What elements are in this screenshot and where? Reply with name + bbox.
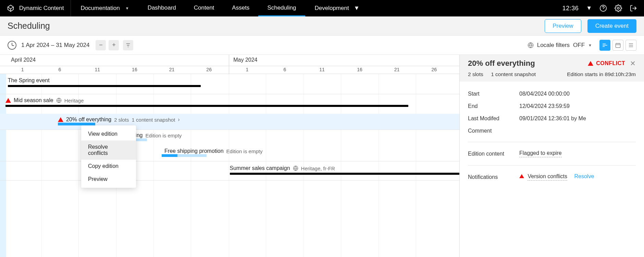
warning-icon bbox=[519, 174, 524, 178]
nav-dashboard[interactable]: Dashboard bbox=[139, 0, 185, 16]
main-split: April 2024 May 2024 1 6 11 16 21 26 1 6 … bbox=[0, 55, 644, 257]
timeline-rows: The Spring event Mid season sale Heritag… bbox=[0, 74, 459, 257]
chevron-down-icon: ▼ bbox=[125, 6, 129, 10]
details-title: 20% off everything bbox=[468, 59, 535, 68]
ctx-copy-edition[interactable]: Copy edition bbox=[81, 160, 136, 173]
documentation-menu[interactable]: Documentation ▼ bbox=[71, 0, 138, 16]
field-end-label: End bbox=[468, 100, 519, 112]
details-panel: 20% off everything CONFLICT ✕ 2 slots 1 … bbox=[460, 55, 644, 257]
filter-button[interactable] bbox=[123, 40, 133, 50]
field-comment-label: Comment bbox=[468, 125, 519, 137]
preview-button[interactable]: Preview bbox=[545, 19, 581, 33]
conflict-badge: CONFLICT bbox=[588, 60, 625, 66]
edition-20-off[interactable]: 20% off everything 2 slots 1 content sna… bbox=[58, 117, 95, 125]
event-spring[interactable]: The Spring event bbox=[8, 77, 201, 87]
warning-icon bbox=[58, 117, 63, 122]
tick: 6 bbox=[58, 67, 61, 72]
tick: 21 bbox=[169, 67, 175, 72]
page-header: Scheduling Preview Create event bbox=[0, 16, 644, 36]
event-locale: Heritage bbox=[64, 98, 84, 103]
event-title: 20% off everything bbox=[66, 117, 111, 123]
edition-free-shipping[interactable]: Free shipping promotion Edition is empty bbox=[162, 148, 207, 157]
locale-state: OFF bbox=[573, 42, 585, 49]
event-summer-sales[interactable]: Summer sales campaign Heritage, fr-FR bbox=[230, 165, 460, 175]
event-locale: Heritage, fr-FR bbox=[301, 166, 335, 171]
chevron-right-icon: › bbox=[178, 117, 179, 123]
timeline[interactable]: April 2024 May 2024 1 6 11 16 21 26 1 6 … bbox=[0, 55, 460, 257]
tick: 26 bbox=[431, 67, 437, 72]
date-range[interactable]: 1 Apr 2024 – 31 May 2024 bbox=[21, 42, 89, 49]
settings-icon[interactable] bbox=[615, 4, 622, 12]
resolve-link[interactable]: Resolve bbox=[574, 173, 594, 179]
event-title: Free shipping promotion bbox=[164, 148, 224, 154]
details-countdown: Edition starts in 89d:10h:23m bbox=[567, 71, 636, 77]
warning-icon bbox=[5, 98, 11, 103]
tick: 1 bbox=[21, 67, 24, 72]
view-toggle bbox=[599, 40, 636, 51]
brand-name: Dynamic Content bbox=[19, 5, 64, 12]
appbar-right: 12:36 ▼ bbox=[556, 4, 644, 12]
event-title: Mid season sale bbox=[14, 97, 53, 103]
zoom-out-button[interactable]: − bbox=[96, 40, 106, 50]
view-timeline-button[interactable] bbox=[599, 40, 610, 51]
clock: 12:36 bbox=[562, 5, 579, 12]
tick: 11 bbox=[95, 67, 100, 72]
field-end-value: 12/04/2024 23:59:59 bbox=[519, 100, 636, 112]
clock-icon[interactable] bbox=[8, 41, 16, 50]
locale-filters[interactable]: Locale filters OFF ▼ bbox=[528, 42, 592, 49]
event-empty: Edition is empty bbox=[145, 133, 182, 138]
nav-assets[interactable]: Assets bbox=[223, 0, 258, 16]
flagged-to-expire-link[interactable]: Flagged to expire bbox=[519, 150, 562, 157]
nav-scheduling[interactable]: Scheduling bbox=[258, 0, 305, 16]
tick: 16 bbox=[357, 67, 362, 72]
globe-icon bbox=[293, 166, 298, 171]
version-conflicts-link[interactable]: Version conflicts bbox=[528, 173, 567, 181]
event-empty: Edition is empty bbox=[226, 148, 263, 154]
tick: 6 bbox=[284, 67, 286, 72]
ctx-view-edition[interactable]: View edition bbox=[81, 127, 136, 140]
close-icon[interactable]: ✕ bbox=[630, 59, 636, 68]
details-snapshots: 1 content snapshot bbox=[491, 71, 536, 77]
details-slots: 2 slots bbox=[468, 71, 483, 77]
view-calendar-button[interactable] bbox=[612, 40, 623, 51]
details-header: 20% off everything CONFLICT ✕ 2 slots 1 … bbox=[460, 55, 644, 82]
event-snapshots: 1 content snapshot bbox=[132, 117, 175, 123]
warning-icon bbox=[588, 61, 593, 66]
logout-icon[interactable] bbox=[630, 4, 637, 12]
ctx-resolve-conflicts[interactable]: Resolve conflicts bbox=[81, 140, 136, 160]
field-start-label: Start bbox=[468, 88, 519, 100]
brand-logo-icon bbox=[7, 4, 14, 12]
event-title: Summer sales campaign bbox=[230, 165, 290, 171]
view-list-button[interactable] bbox=[626, 40, 636, 51]
event-mid-season-sale[interactable]: Mid season sale Heritage bbox=[5, 97, 408, 107]
nav-content[interactable]: Content bbox=[185, 0, 223, 16]
field-notifications-label: Notifications bbox=[468, 170, 519, 184]
details-body: Start 08/04/2024 00:00:00 End 12/04/2024… bbox=[460, 82, 644, 190]
ctx-preview[interactable]: Preview bbox=[81, 173, 136, 186]
help-icon[interactable] bbox=[599, 4, 607, 12]
ticks: 1 6 11 16 21 26 1 6 11 16 21 26 bbox=[0, 66, 459, 74]
svg-point-1 bbox=[617, 7, 619, 9]
environment-menu[interactable]: Development ▼ bbox=[305, 5, 369, 12]
context-menu: View edition Resolve conflicts Copy edit… bbox=[81, 125, 136, 188]
chevron-down-icon: ▼ bbox=[588, 43, 592, 47]
tick: 21 bbox=[394, 67, 400, 72]
month-label: May 2024 bbox=[233, 57, 257, 63]
conflict-label: CONFLICT bbox=[596, 60, 625, 66]
tick: 16 bbox=[132, 67, 137, 72]
toolbar: 1 Apr 2024 – 31 May 2024 − + Locale filt… bbox=[0, 36, 644, 55]
create-event-button[interactable]: Create event bbox=[587, 19, 636, 33]
field-modified-value: 09/01/2024 12:36:01 by Me bbox=[519, 112, 636, 125]
page-title: Scheduling bbox=[8, 21, 50, 31]
primary-nav: Dashboard Content Assets Scheduling bbox=[139, 0, 305, 16]
brand-block[interactable]: Dynamic Content bbox=[0, 0, 71, 16]
field-comment-value bbox=[519, 125, 636, 137]
appbar: Dynamic Content Documentation ▼ Dashboar… bbox=[0, 0, 644, 16]
zoom-controls: − + bbox=[96, 40, 119, 50]
month-label: April 2024 bbox=[11, 57, 36, 63]
chevron-down-icon[interactable]: ▼ bbox=[586, 5, 592, 12]
zoom-in-button[interactable]: + bbox=[109, 40, 119, 50]
field-modified-label: Last Modifed bbox=[468, 112, 519, 125]
tick: 26 bbox=[206, 67, 212, 72]
locale-label: Locale filters bbox=[537, 42, 570, 49]
